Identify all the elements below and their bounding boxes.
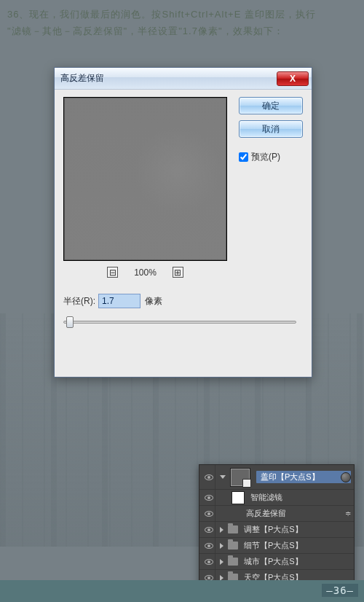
- dialog-side-controls: 确定 取消 预览(P): [239, 97, 303, 163]
- plus-icon: ⊞: [174, 268, 181, 277]
- layer-thumbnail[interactable]: [230, 468, 250, 487]
- zoom-value: 100%: [134, 267, 157, 278]
- visibility-toggle[interactable]: [202, 554, 215, 569]
- radius-row: 半径(R): 像素: [63, 294, 303, 308]
- layer-label[interactable]: 盖印【P大点S】: [256, 471, 351, 483]
- filter-preview-image[interactable]: [63, 97, 227, 261]
- zoom-controls: ⊟ 100% ⊞: [63, 267, 227, 278]
- dialog-titlebar[interactable]: 高反差保留 X: [55, 68, 312, 90]
- chevron-down-icon[interactable]: [220, 475, 226, 479]
- cancel-label: 取消: [262, 123, 280, 136]
- cancel-button[interactable]: 取消: [239, 120, 303, 138]
- slider-thumb[interactable]: [66, 316, 74, 328]
- layer-label[interactable]: 调整【P大点S】: [244, 524, 351, 535]
- filter-mask-thumbnail[interactable]: [232, 491, 245, 504]
- layer-row-stamp[interactable]: 盖印【P大点S】: [199, 465, 354, 490]
- preview-checkbox[interactable]: [239, 152, 248, 162]
- preview-checkbox-row[interactable]: 预览(P): [239, 151, 303, 163]
- zoom-in-button[interactable]: ⊞: [173, 267, 183, 278]
- preview-label: 预览(P): [251, 151, 280, 163]
- eye-icon: [205, 511, 213, 517]
- step-badge: —36—: [322, 584, 358, 597]
- radius-input[interactable]: [98, 294, 141, 308]
- instruction-text: 36、现在，我们做最后的润色。按Shift+Ctrl+Alt+E 盖印图层，执行…: [0, 0, 364, 40]
- layers-panel: 盖印【P大点S】 智能滤镜 高反差保留 ≑ 调整【P大点S】 细节【P大点S】 …: [199, 464, 355, 587]
- layer-row-highpass[interactable]: 高反差保留 ≑: [199, 506, 354, 522]
- layer-row-smartfilters[interactable]: 智能滤镜: [199, 490, 354, 506]
- layer-label[interactable]: 高反差保留: [246, 508, 351, 519]
- close-button[interactable]: X: [277, 71, 309, 86]
- dialog-title: 高反差保留: [60, 72, 104, 85]
- layer-label: 智能滤镜: [250, 492, 351, 503]
- visibility-toggle[interactable]: [202, 506, 215, 521]
- visibility-toggle[interactable]: [202, 538, 215, 553]
- folder-icon: [228, 558, 238, 566]
- visibility-toggle[interactable]: [202, 490, 215, 505]
- chevron-right-icon[interactable]: [220, 527, 223, 533]
- instruction-line1: 36、现在，我们做最后的润色。按Shift+Ctrl+Alt+E 盖印图层，执行: [7, 9, 316, 20]
- radius-unit: 像素: [145, 295, 162, 308]
- ok-button[interactable]: 确定: [239, 97, 303, 114]
- page-footer: —36—: [0, 580, 364, 602]
- filter-options-icon[interactable]: ≑: [345, 509, 351, 517]
- eye-icon: [205, 559, 213, 565]
- layer-group-adjust[interactable]: 调整【P大点S】: [199, 522, 354, 538]
- dialog-body: ⊟ 100% ⊞ 半径(R): 像素 确定 取消 预览(P): [55, 90, 312, 339]
- instruction-line2: "滤镜－其他－高反差保留"，半径设置"1.7像素"，效果如下：: [7, 26, 284, 36]
- radius-label: 半径(R):: [63, 295, 95, 308]
- layer-group-detail[interactable]: 细节【P大点S】: [199, 538, 354, 554]
- close-icon: X: [290, 74, 296, 83]
- folder-icon: [228, 525, 238, 533]
- ok-label: 确定: [262, 100, 280, 112]
- eye-icon: [205, 495, 213, 501]
- high-pass-dialog: 高反差保留 X ⊟ 100% ⊞ 半径(R): 像素 确定 取消 预览(P): [54, 67, 312, 378]
- visibility-toggle[interactable]: [202, 465, 215, 489]
- eye-icon: [205, 527, 213, 533]
- chevron-right-icon[interactable]: [220, 559, 223, 565]
- radius-slider[interactable]: [63, 316, 296, 329]
- visibility-toggle[interactable]: [202, 522, 215, 537]
- minus-icon: ⊟: [109, 268, 116, 277]
- smart-object-icon: [341, 472, 351, 482]
- layer-label[interactable]: 城市【P大点S】: [244, 556, 351, 567]
- eye-icon: [205, 543, 213, 549]
- folder-icon: [228, 542, 238, 550]
- slider-track: [63, 321, 296, 324]
- layer-label[interactable]: 细节【P大点S】: [244, 540, 351, 551]
- eye-icon: [205, 474, 213, 480]
- zoom-out-button[interactable]: ⊟: [107, 267, 118, 278]
- chevron-right-icon[interactable]: [220, 543, 223, 549]
- layer-group-city[interactable]: 城市【P大点S】: [199, 554, 354, 570]
